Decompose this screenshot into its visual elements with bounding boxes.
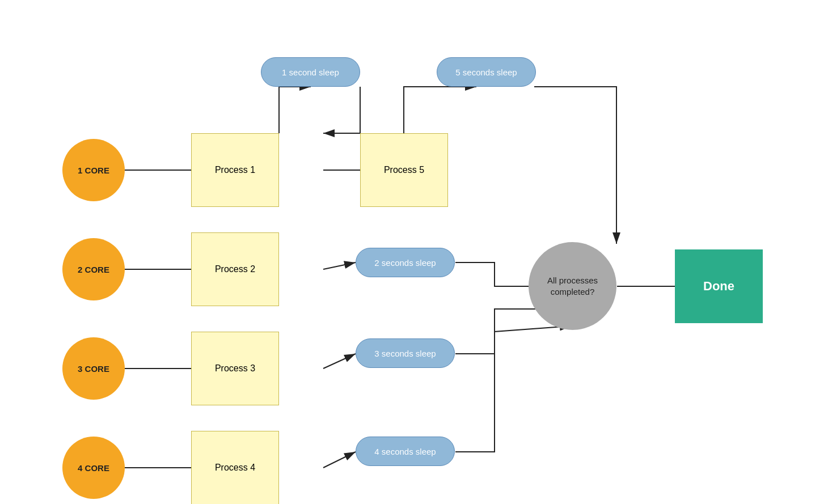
sleep3-node: 3 seconds sleep xyxy=(356,338,455,368)
svg-line-6 xyxy=(323,262,356,269)
sleep2-node: 2 seconds sleep xyxy=(356,248,455,277)
sleep4-node: 4 seconds sleep xyxy=(356,437,455,466)
process1-node: Process 1 xyxy=(191,133,279,207)
process4-node: Process 4 xyxy=(191,431,279,504)
core2-node: 2 CORE xyxy=(62,238,125,300)
core4-node: 4 CORE xyxy=(62,437,125,499)
done-node: Done xyxy=(675,249,763,323)
process5-node: Process 5 xyxy=(360,133,448,207)
decision-node: All processes completed? xyxy=(529,242,616,330)
diagram: 1 CORE 2 CORE 3 CORE 4 CORE Process 1 Pr… xyxy=(0,0,828,504)
sleep1-node: 1 second sleep xyxy=(261,57,360,87)
svg-line-8 xyxy=(323,452,356,468)
core1-node: 1 CORE xyxy=(62,139,125,201)
svg-line-7 xyxy=(323,354,356,369)
process3-node: Process 3 xyxy=(191,332,279,405)
process2-node: Process 2 xyxy=(191,232,279,306)
core3-node: 3 CORE xyxy=(62,337,125,400)
sleep5-node: 5 seconds sleep xyxy=(437,57,536,87)
